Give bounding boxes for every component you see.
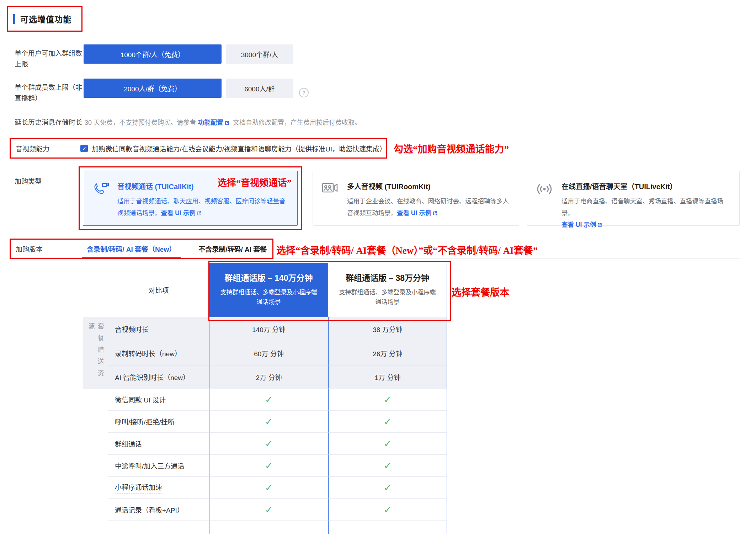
check-icon: ✓ xyxy=(265,461,273,470)
check-icon: ✓ xyxy=(384,395,392,404)
plan1-av-minutes: 140万 分钟 xyxy=(209,317,328,341)
partial-row-cell xyxy=(209,521,328,534)
card-desc-text: 适用于电商直播、语音聊天室、秀场直播、直播课等直播场景。 xyxy=(561,198,723,217)
check-icon: ✓ xyxy=(265,417,273,426)
av-capability-checkbox[interactable]: ✓ xyxy=(80,145,88,152)
check-icon: ✓ xyxy=(384,417,392,426)
row-label-history-storage: 延长历史消息存储时长 xyxy=(15,117,85,127)
annotation-box-callkit-card: 音视频通话 (TUICallKit) 适用于音视频通话、聊天应用、视频客服、医疗… xyxy=(79,166,302,230)
plan-subtitle: 支持群组通话、多端登录及小程序端通话场景 xyxy=(338,288,437,307)
plan-title: 群组通话版 – 140万分钟 xyxy=(225,273,313,284)
plan1-transcode-minutes: 60万 分钟 xyxy=(209,341,328,365)
row-label-group-join-limit: 单个用户可加入群组数上限 xyxy=(15,44,84,70)
row-label-addon-version: 加购版本 xyxy=(16,240,84,258)
resource-group-label: 套餐赠送资源 xyxy=(86,323,105,388)
plan2-transcode-minutes: 26万 分钟 xyxy=(328,341,447,365)
check-icon: ✓ xyxy=(265,505,273,514)
card-tuilivekit[interactable]: 在线直播/语音聊天室（TUILiveKit） 适用于电商直播、语音聊天室、秀场直… xyxy=(527,171,740,226)
tab-label: 不含录制/转码/ AI 套餐 xyxy=(198,244,267,253)
plan-header-38w[interactable]: 群组通话版 – 38万分钟 支持群组通话、多端登录及小程序端通话场景 xyxy=(328,263,447,317)
partial-row-cell xyxy=(328,521,447,534)
row-label-wechat-ui: 微信同款 UI 设计 xyxy=(108,389,209,411)
row-label-av-capability: 音视频能力 xyxy=(16,144,80,153)
annotation-text-av-capability: 勾选“加购音视频通话能力” xyxy=(394,141,509,155)
annotation-text-select-plan: 选择套餐版本 xyxy=(452,285,509,299)
plan2-feature-cell: ✓ xyxy=(328,477,447,499)
history-storage-text: 30 天免费，不支持预付费购买。请参考 功能配置 文档自助修改配置，产生费用按后… xyxy=(85,117,361,127)
checkbox-check-icon: ✓ xyxy=(82,146,87,151)
annotation-text-addon-version: 选择“含录制/转码/ AI套餐（New）”或“不含录制/转码/ AI套餐” xyxy=(276,243,538,257)
card-description: 适用于电商直播、语音聊天室、秀场直播、直播课等直播场景。 查看 UI 示例 xyxy=(561,196,731,231)
card-title: 多人音视频 (TUIRoomKit) xyxy=(347,181,510,191)
feature-side-cell xyxy=(83,433,108,455)
row-label-ai-minutes: AI 智能识别时长（new） xyxy=(108,365,209,389)
card-content: 多人音视频 (TUIRoomKit) 适用于企业会议、在线教育、网络研讨会、远程… xyxy=(347,180,510,225)
plan2-feature-cell: ✓ xyxy=(328,389,447,411)
check-icon: ✓ xyxy=(265,439,273,448)
option-button-3000-groups[interactable]: 3000个群/人 xyxy=(226,44,293,64)
plan1-feature-cell: ✓ xyxy=(209,455,328,477)
card-description: 适用于企业会议、在线教育、网络研讨会、远程招聘等多人音视频互动场景。查看 UI … xyxy=(347,196,510,219)
feature-side-cell xyxy=(83,521,108,534)
row-label-av-minutes: 音视频时长 xyxy=(108,317,209,341)
tab-with-recording-package[interactable]: 含录制/转码/ AI 套餐（New） xyxy=(84,240,179,258)
check-icon: ✓ xyxy=(265,483,273,492)
header-empty-cell xyxy=(83,263,108,317)
row-label-call-records: 通话记录（看板+API） xyxy=(108,499,209,521)
option-button-2000-members[interactable]: 2000人/群（免费） xyxy=(84,79,222,98)
annotation-box-title: 可选增值功能 xyxy=(7,6,82,32)
tooltip-term[interactable]: 小程序通话加速 xyxy=(115,482,162,493)
plan2-av-minutes: 38 万分钟 xyxy=(328,317,447,341)
addon-type-section: 加购类型 音视频通话 (TUICallKit) 适用于音视频通话、聊天应用、视频… xyxy=(0,166,756,230)
plan2-feature-cell: ✓ xyxy=(328,455,447,477)
form-row-history-storage: 延长历史消息存储时长 30 天免费，不支持预付费购买。请参考 功能配置 文档自助… xyxy=(15,117,361,127)
row-label-group-member-limit: 单个群成员数上限（非直播群） xyxy=(15,79,84,104)
help-icon[interactable]: ? xyxy=(299,88,309,97)
live-broadcast-icon xyxy=(536,181,554,225)
feature-side-cell xyxy=(83,477,108,499)
card-tuicallkit[interactable]: 音视频通话 (TUICallKit) 适用于音视频通话、聊天应用、视频客服、医疗… xyxy=(83,171,298,226)
ui-example-link[interactable]: 查看 UI 示例 xyxy=(161,209,196,217)
card-link-row: 查看 UI 示例 xyxy=(561,219,731,231)
plan1-feature-cell: ✓ xyxy=(209,499,328,521)
external-link-icon xyxy=(597,222,602,228)
row-label-transcode-minutes: 录制转码时长（new） xyxy=(108,341,209,365)
external-link-icon xyxy=(432,210,438,216)
annotation-text-select-callkit: 选择“音视频通话” xyxy=(218,175,292,188)
av-capability-row: 音视频能力 ✓ 加购微信同款音视频通话能力/在线会议能力/视频直播和语聊房能力（… xyxy=(10,138,509,159)
feature-side-cell xyxy=(83,499,108,521)
row-label-midcall-invite: 中途呼叫/加入三方通话 xyxy=(108,455,209,477)
feature-config-link[interactable]: 功能配置 xyxy=(198,119,223,126)
plan2-feature-cell: ✓ xyxy=(328,411,447,433)
ui-example-link[interactable]: 查看 UI 示例 xyxy=(561,221,596,228)
annotation-box-addon-version: 加购版本 含录制/转码/ AI 套餐（New） 不含录制/转码/ AI 套餐 xyxy=(10,239,273,259)
feature-side-cell xyxy=(83,389,108,411)
check-icon: ✓ xyxy=(384,483,392,492)
ui-example-link[interactable]: 查看 UI 示例 xyxy=(397,209,431,217)
plan2-feature-cell: ✓ xyxy=(328,499,447,521)
active-tab-underline xyxy=(82,257,181,258)
option-button-1000-groups[interactable]: 1000个群/人（免费） xyxy=(84,44,222,64)
card-tuiroomkit[interactable]: 多人音视频 (TUIRoomKit) 适用于企业会议、在线教育、网络研讨会、远程… xyxy=(313,171,519,226)
card-content: 在线直播/语音聊天室（TUILiveKit） 适用于电商直播、语音聊天室、秀场直… xyxy=(561,180,731,225)
plan1-feature-cell: ✓ xyxy=(209,389,328,411)
resource-group-cell: 套餐赠送资源 xyxy=(83,317,108,389)
external-link-icon xyxy=(197,210,202,216)
feature-side-cell xyxy=(83,411,108,433)
plan-subtitle: 支持群组通话、多端登录及小程序端通话场景 xyxy=(219,288,318,307)
partial-row-cell xyxy=(108,521,209,534)
addon-version-section: 加购版本 含录制/转码/ AI 套餐（New） 不含录制/转码/ AI 套餐 选… xyxy=(0,239,756,259)
plan-header-140w[interactable]: 群组通话版 – 140万分钟 支持群组通话、多端登录及小程序端通话场景 xyxy=(209,263,328,317)
row-label-call-actions: 呼叫/接听/拒绝/挂断 xyxy=(108,411,209,433)
compare-column-header: 对比项 xyxy=(108,263,209,317)
card-title: 在线直播/语音聊天室（TUILiveKit） xyxy=(561,181,731,191)
tab-without-recording-package[interactable]: 不含录制/转码/ AI 套餐 xyxy=(196,240,270,258)
form-row-group-join-limit: 单个用户可加入群组数上限 1000个群/人（免费） 3000个群/人 xyxy=(15,44,293,70)
check-icon: ✓ xyxy=(384,461,392,470)
option-button-6000-members[interactable]: 6000人/群 xyxy=(226,79,293,98)
tab-label: 含录制/转码/ AI 套餐（New） xyxy=(87,244,176,253)
call-video-icon xyxy=(92,181,110,225)
av-capability-text: 加购微信同款音视频通话能力/在线会议能力/视频直播和语聊房能力（提供标准UI，助… xyxy=(92,144,386,153)
row-label-addon-type: 加购类型 xyxy=(15,176,42,186)
annotation-box-av-capability: 音视频能力 ✓ 加购微信同款音视频通话能力/在线会议能力/视频直播和语聊房能力（… xyxy=(10,138,387,159)
